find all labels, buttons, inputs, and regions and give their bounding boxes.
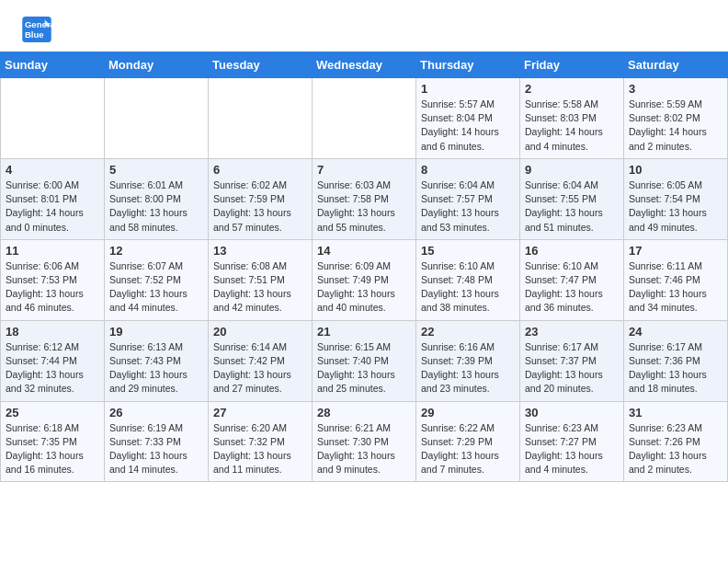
day-cell-27: 27Sunrise: 6:20 AMSunset: 7:32 PMDayligh… <box>209 401 313 482</box>
weekday-header-thursday: Thursday <box>416 52 520 78</box>
day-cell-7: 7Sunrise: 6:03 AMSunset: 7:58 PMDaylight… <box>313 158 416 239</box>
day-info-28: Sunrise: 6:21 AMSunset: 7:30 PMDaylight:… <box>317 421 411 477</box>
weekday-header-wednesday: Wednesday <box>313 52 416 78</box>
day-info-6: Sunrise: 6:02 AMSunset: 7:59 PMDaylight:… <box>213 178 307 235</box>
day-info-7: Sunrise: 6:03 AMSunset: 7:58 PMDaylight:… <box>317 178 411 235</box>
header: General Blue <box>0 0 728 52</box>
day-cell-14: 14Sunrise: 6:09 AMSunset: 7:49 PMDayligh… <box>313 239 416 320</box>
day-info-23: Sunrise: 6:17 AMSunset: 7:37 PMDaylight:… <box>525 340 619 396</box>
day-info-24: Sunrise: 6:17 AMSunset: 7:36 PMDaylight:… <box>629 340 722 396</box>
day-number-6: 6 <box>213 163 307 177</box>
day-info-25: Sunrise: 6:18 AMSunset: 7:35 PMDaylight:… <box>6 421 99 477</box>
day-info-9: Sunrise: 6:04 AMSunset: 7:55 PMDaylight:… <box>525 178 619 235</box>
day-info-12: Sunrise: 6:07 AMSunset: 7:52 PMDaylight:… <box>109 259 203 316</box>
day-info-10: Sunrise: 6:05 AMSunset: 7:54 PMDaylight:… <box>629 178 722 235</box>
day-cell-31: 31Sunrise: 6:23 AMSunset: 7:26 PMDayligh… <box>624 401 728 482</box>
day-number-4: 4 <box>6 163 99 177</box>
day-number-22: 22 <box>421 325 515 339</box>
day-info-18: Sunrise: 6:12 AMSunset: 7:44 PMDaylight:… <box>6 340 99 396</box>
day-info-26: Sunrise: 6:19 AMSunset: 7:33 PMDaylight:… <box>109 421 203 477</box>
day-info-1: Sunrise: 5:57 AMSunset: 8:04 PMDaylight:… <box>421 98 515 154</box>
day-info-17: Sunrise: 6:11 AMSunset: 7:46 PMDaylight:… <box>629 259 722 316</box>
day-number-23: 23 <box>525 325 619 339</box>
svg-text:Blue: Blue <box>25 29 44 40</box>
day-info-27: Sunrise: 6:20 AMSunset: 7:32 PMDaylight:… <box>213 421 307 477</box>
day-info-5: Sunrise: 6:01 AMSunset: 8:00 PMDaylight:… <box>109 178 203 235</box>
day-info-19: Sunrise: 6:13 AMSunset: 7:43 PMDaylight:… <box>109 340 203 396</box>
day-info-8: Sunrise: 6:04 AMSunset: 7:57 PMDaylight:… <box>421 178 515 235</box>
day-number-13: 13 <box>213 244 307 258</box>
day-number-10: 10 <box>629 163 722 177</box>
week-row-3: 11Sunrise: 6:06 AMSunset: 7:53 PMDayligh… <box>1 239 728 320</box>
day-info-30: Sunrise: 6:23 AMSunset: 7:27 PMDaylight:… <box>525 421 619 477</box>
day-cell-12: 12Sunrise: 6:07 AMSunset: 7:52 PMDayligh… <box>105 239 209 320</box>
day-number-19: 19 <box>109 325 203 339</box>
day-info-20: Sunrise: 6:14 AMSunset: 7:42 PMDaylight:… <box>213 340 307 396</box>
day-number-2: 2 <box>525 82 619 96</box>
day-number-21: 21 <box>317 325 411 339</box>
day-cell-10: 10Sunrise: 6:05 AMSunset: 7:54 PMDayligh… <box>624 158 728 239</box>
day-number-16: 16 <box>525 244 619 258</box>
day-cell-5: 5Sunrise: 6:01 AMSunset: 8:00 PMDaylight… <box>105 158 209 239</box>
calendar-table: SundayMondayTuesdayWednesdayThursdayFrid… <box>0 52 728 482</box>
day-cell-8: 8Sunrise: 6:04 AMSunset: 7:57 PMDaylight… <box>416 158 520 239</box>
day-info-21: Sunrise: 6:15 AMSunset: 7:40 PMDaylight:… <box>317 340 411 396</box>
day-number-9: 9 <box>525 163 619 177</box>
empty-cell <box>1 78 105 159</box>
weekday-header-saturday: Saturday <box>624 52 728 78</box>
day-cell-11: 11Sunrise: 6:06 AMSunset: 7:53 PMDayligh… <box>1 239 105 320</box>
day-info-14: Sunrise: 6:09 AMSunset: 7:49 PMDaylight:… <box>317 259 411 316</box>
day-cell-18: 18Sunrise: 6:12 AMSunset: 7:44 PMDayligh… <box>1 320 105 401</box>
day-info-31: Sunrise: 6:23 AMSunset: 7:26 PMDaylight:… <box>629 421 722 477</box>
day-cell-26: 26Sunrise: 6:19 AMSunset: 7:33 PMDayligh… <box>105 401 209 482</box>
day-cell-30: 30Sunrise: 6:23 AMSunset: 7:27 PMDayligh… <box>520 401 624 482</box>
empty-cell <box>313 78 416 159</box>
day-number-27: 27 <box>213 406 307 419</box>
day-number-26: 26 <box>109 406 203 419</box>
day-cell-29: 29Sunrise: 6:22 AMSunset: 7:29 PMDayligh… <box>416 401 520 482</box>
day-cell-9: 9Sunrise: 6:04 AMSunset: 7:55 PMDaylight… <box>520 158 624 239</box>
week-row-2: 4Sunrise: 6:00 AMSunset: 8:01 PMDaylight… <box>1 158 728 239</box>
day-cell-17: 17Sunrise: 6:11 AMSunset: 7:46 PMDayligh… <box>624 239 728 320</box>
day-number-25: 25 <box>6 406 99 419</box>
day-info-13: Sunrise: 6:08 AMSunset: 7:51 PMDaylight:… <box>213 259 307 316</box>
day-cell-16: 16Sunrise: 6:10 AMSunset: 7:47 PMDayligh… <box>520 239 624 320</box>
day-info-29: Sunrise: 6:22 AMSunset: 7:29 PMDaylight:… <box>421 421 515 477</box>
day-number-15: 15 <box>421 244 515 258</box>
day-info-16: Sunrise: 6:10 AMSunset: 7:47 PMDaylight:… <box>525 259 619 316</box>
day-cell-24: 24Sunrise: 6:17 AMSunset: 7:36 PMDayligh… <box>624 320 728 401</box>
empty-cell <box>105 78 209 159</box>
day-cell-28: 28Sunrise: 6:21 AMSunset: 7:30 PMDayligh… <box>313 401 416 482</box>
day-number-30: 30 <box>525 406 619 419</box>
day-cell-25: 25Sunrise: 6:18 AMSunset: 7:35 PMDayligh… <box>1 401 105 482</box>
week-row-5: 25Sunrise: 6:18 AMSunset: 7:35 PMDayligh… <box>1 401 728 482</box>
day-info-22: Sunrise: 6:16 AMSunset: 7:39 PMDaylight:… <box>421 340 515 396</box>
day-cell-23: 23Sunrise: 6:17 AMSunset: 7:37 PMDayligh… <box>520 320 624 401</box>
day-cell-6: 6Sunrise: 6:02 AMSunset: 7:59 PMDaylight… <box>209 158 313 239</box>
day-cell-21: 21Sunrise: 6:15 AMSunset: 7:40 PMDayligh… <box>313 320 416 401</box>
day-number-1: 1 <box>421 82 515 96</box>
day-cell-22: 22Sunrise: 6:16 AMSunset: 7:39 PMDayligh… <box>416 320 520 401</box>
day-cell-2: 2Sunrise: 5:58 AMSunset: 8:03 PMDaylight… <box>520 78 624 159</box>
weekday-header-friday: Friday <box>520 52 624 78</box>
day-cell-15: 15Sunrise: 6:10 AMSunset: 7:48 PMDayligh… <box>416 239 520 320</box>
weekday-header-monday: Monday <box>105 52 209 78</box>
day-cell-3: 3Sunrise: 5:59 AMSunset: 8:02 PMDaylight… <box>624 78 728 159</box>
weekday-header-sunday: Sunday <box>1 52 105 78</box>
day-cell-20: 20Sunrise: 6:14 AMSunset: 7:42 PMDayligh… <box>209 320 313 401</box>
day-number-14: 14 <box>317 244 411 258</box>
logo: General Blue <box>22 17 55 42</box>
day-number-31: 31 <box>629 406 722 419</box>
day-info-11: Sunrise: 6:06 AMSunset: 7:53 PMDaylight:… <box>6 259 99 316</box>
day-number-29: 29 <box>421 406 515 419</box>
day-cell-19: 19Sunrise: 6:13 AMSunset: 7:43 PMDayligh… <box>105 320 209 401</box>
day-cell-4: 4Sunrise: 6:00 AMSunset: 8:01 PMDaylight… <box>1 158 105 239</box>
day-number-3: 3 <box>629 82 722 96</box>
day-number-28: 28 <box>317 406 411 419</box>
day-info-3: Sunrise: 5:59 AMSunset: 8:02 PMDaylight:… <box>629 98 722 154</box>
week-row-4: 18Sunrise: 6:12 AMSunset: 7:44 PMDayligh… <box>1 320 728 401</box>
day-cell-1: 1Sunrise: 5:57 AMSunset: 8:04 PMDaylight… <box>416 78 520 159</box>
day-number-24: 24 <box>629 325 722 339</box>
empty-cell <box>209 78 313 159</box>
day-number-18: 18 <box>6 325 99 339</box>
